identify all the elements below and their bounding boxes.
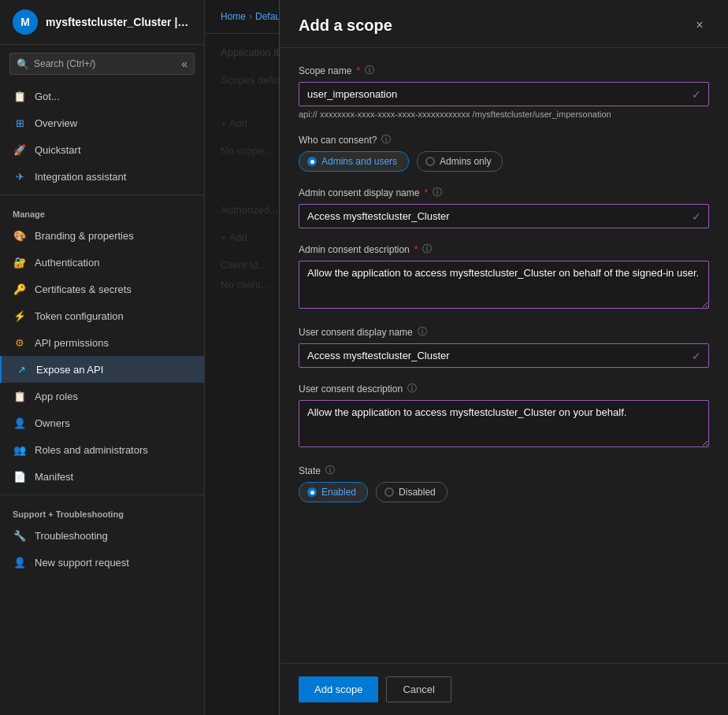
admin-display-input-wrapper: ✓: [299, 204, 709, 228]
sidebar-item-certificates[interactable]: 🔑 Certificates & secrets: [0, 276, 204, 302]
sidebar-item-got[interactable]: 📋 Got...: [0, 83, 204, 109]
main-content: Home › Default Directory | App registrat…: [205, 0, 728, 715]
state-info-icon[interactable]: ⓘ: [325, 464, 335, 477]
consent-admins-only-label: Admins only: [440, 156, 491, 167]
scope-name-info-icon[interactable]: ⓘ: [365, 64, 374, 77]
authentication-icon: 🔐: [13, 255, 27, 269]
scope-name-check-icon: ✓: [692, 88, 701, 101]
app-roles-icon: 📋: [13, 389, 27, 403]
api-permissions-icon: ⚙: [13, 335, 27, 350]
search-input[interactable]: [34, 58, 176, 69]
state-enabled-label: Enabled: [321, 487, 356, 498]
user-display-group: User consent display name ⓘ ✓: [299, 325, 709, 368]
support-section-label: Support + Troubleshooting: [0, 500, 204, 522]
sidebar: M mysftestcluster_Cluster | E... 🔍 « 📋 G…: [0, 0, 205, 715]
sidebar-item-label: API permissions: [35, 337, 109, 349]
sidebar-item-troubleshooting[interactable]: 🔧 Troubleshooting: [0, 522, 204, 549]
add-scope-button[interactable]: Add scope: [299, 676, 378, 702]
required-star: *: [356, 65, 360, 76]
state-enabled[interactable]: Enabled: [299, 482, 368, 502]
admin-desc-required-star: *: [414, 244, 418, 255]
radio-dot-admins-only: [425, 157, 435, 166]
user-desc-label-text: User consent description: [299, 383, 403, 395]
user-display-input[interactable]: [299, 343, 709, 368]
consent-admins-users[interactable]: Admins and users: [299, 151, 409, 172]
admin-desc-info-icon[interactable]: ⓘ: [422, 243, 432, 256]
state-disabled-label: Disabled: [399, 487, 436, 498]
consent-admins-users-label: Admins and users: [321, 156, 397, 167]
sidebar-item-quickstart[interactable]: 🚀 Quickstart: [0, 136, 204, 163]
admin-display-info-icon[interactable]: ⓘ: [433, 186, 442, 199]
overview-icon: ⊞: [13, 116, 27, 130]
manage-section-label: Manage: [0, 200, 204, 222]
consent-admins-only[interactable]: Admins only: [417, 151, 503, 172]
sidebar-item-app-roles[interactable]: 📋 App roles: [0, 383, 204, 409]
sidebar-item-label: Authentication: [35, 257, 99, 269]
cancel-button[interactable]: Cancel: [386, 676, 451, 702]
admin-desc-group: Admin consent description * ⓘ Allow the …: [299, 243, 709, 311]
sidebar-item-label: Manifest: [35, 471, 73, 483]
admin-display-group: Admin consent display name * ⓘ ✓: [299, 186, 709, 228]
breadcrumb-sep1: ›: [249, 11, 252, 22]
scope-name-label-text: Scope name: [299, 65, 351, 76]
search-box[interactable]: 🔍 «: [9, 53, 195, 75]
who-consent-info-icon[interactable]: ⓘ: [381, 133, 391, 146]
user-display-input-wrapper: ✓: [299, 343, 709, 368]
user-desc-group: User consent description ⓘ Allow the app…: [299, 382, 709, 450]
sidebar-item-label: Branding & properties: [35, 230, 134, 242]
owners-icon: 👤: [13, 416, 27, 430]
sidebar-item-branding[interactable]: 🎨 Branding & properties: [0, 222, 204, 249]
user-display-label: User consent display name ⓘ: [299, 325, 709, 339]
sidebar-item-token[interactable]: ⚡ Token configuration: [0, 302, 204, 329]
sidebar-item-label: Token configuration: [35, 310, 124, 322]
user-display-info-icon[interactable]: ⓘ: [418, 325, 427, 339]
sidebar-item-manifest[interactable]: 📄 Manifest: [0, 463, 204, 490]
branding-icon: 🎨: [13, 228, 27, 243]
sidebar-item-authentication[interactable]: 🔐 Authentication: [0, 249, 204, 276]
sidebar-item-label: Overview: [35, 117, 77, 129]
sidebar-item-new-support[interactable]: 👤 New support request: [0, 549, 204, 576]
sidebar-item-owners[interactable]: 👤 Owners: [0, 409, 204, 436]
sidebar-app-title: mysftestcluster_Cluster | E...: [46, 16, 191, 28]
sidebar-item-integration[interactable]: ✈ Integration assistant: [0, 163, 204, 190]
who-consent-group: Who can consent? ⓘ Admins and users Admi…: [299, 133, 709, 172]
admin-desc-label-text: Admin consent description: [299, 244, 410, 255]
scope-name-input[interactable]: [299, 82, 709, 106]
state-label-text: State: [299, 465, 321, 476]
radio-dot-disabled: [384, 487, 394, 497]
state-label: State ⓘ: [299, 464, 709, 477]
state-group: State ⓘ Enabled Disabled: [299, 464, 709, 502]
collapse-icon[interactable]: «: [181, 57, 188, 70]
admin-desc-label: Admin consent description * ⓘ: [299, 243, 709, 256]
integration-icon: ✈: [13, 169, 27, 183]
sidebar-item-api-permissions[interactable]: ⚙ API permissions: [0, 329, 204, 356]
sidebar-item-label: Troubleshooting: [35, 530, 108, 542]
close-button[interactable]: ×: [690, 16, 709, 35]
add-scope-panel: Add a scope × Scope name * ⓘ ✓ api:// xx…: [279, 0, 728, 715]
certificates-icon: 🔑: [13, 282, 27, 296]
user-desc-label: User consent description ⓘ: [299, 382, 709, 395]
user-desc-textarea[interactable]: Allow the application to access mysftest…: [299, 400, 709, 447]
sidebar-item-expose-api[interactable]: ↗ Expose an API: [0, 356, 204, 383]
state-disabled[interactable]: Disabled: [376, 482, 448, 502]
admin-display-input[interactable]: [299, 204, 709, 228]
user-desc-info-icon[interactable]: ⓘ: [407, 382, 417, 395]
expose-api-icon: ↗: [14, 362, 28, 376]
sidebar-item-label: App roles: [35, 391, 78, 402]
user-display-check-icon: ✓: [692, 350, 701, 362]
consent-options: Admins and users Admins only: [299, 151, 709, 172]
admin-desc-textarea[interactable]: Allow the application to access mysftest…: [299, 261, 709, 309]
troubleshooting-icon: 🔧: [13, 528, 27, 543]
sidebar-item-roles-admin[interactable]: 👥 Roles and administrators: [0, 436, 204, 463]
scope-name-group: Scope name * ⓘ ✓ api:// xxxxxxxx-xxxx-xx…: [299, 64, 709, 119]
sidebar-item-label: Quickstart: [35, 144, 81, 156]
new-support-icon: 👤: [13, 555, 27, 569]
sidebar-item-overview[interactable]: ⊞ Overview: [0, 109, 204, 136]
quickstart-icon: 🚀: [13, 143, 27, 157]
search-icon: 🔍: [17, 58, 29, 70]
manifest-icon: 📄: [13, 469, 27, 483]
breadcrumb-home[interactable]: Home: [221, 11, 246, 22]
token-icon: ⚡: [13, 309, 27, 323]
sidebar-item-label: Owners: [35, 417, 70, 429]
radio-dot-enabled: [307, 487, 317, 497]
